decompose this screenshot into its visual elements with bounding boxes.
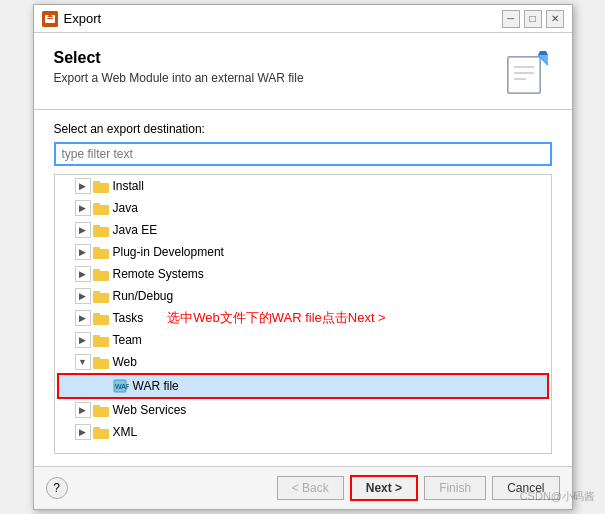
expand-web[interactable]: ▼ [75,354,91,370]
plugin-label: Plug-in Development [113,245,224,259]
expand-xml[interactable]: ▶ [75,424,91,440]
svg-rect-23 [93,291,100,294]
svg-rect-12 [93,183,109,193]
folder-icon-rundebug [93,289,109,303]
folder-icon-webservices [93,403,109,417]
webservices-label: Web Services [113,403,187,417]
help-button[interactable]: ? [46,477,68,499]
watermark: CSDN@小码酱 [520,489,595,504]
tree-item-remote[interactable]: ▶ Remote Systems [55,263,551,285]
svg-rect-5 [508,57,540,93]
tree-container[interactable]: ▶ Install ▶ Java ▶ Java EE [54,174,552,454]
expand-plugin[interactable]: ▶ [75,244,91,260]
java-label: Java [113,201,138,215]
back-button[interactable]: < Back [277,476,344,500]
svg-rect-15 [93,203,100,206]
svg-rect-26 [93,337,109,347]
team-label: Team [113,333,142,347]
web-label: Web [113,355,137,369]
tree-item-web[interactable]: ▼ Web [55,351,551,373]
destination-label: Select an export destination: [54,122,552,136]
tree-item-webservices[interactable]: ▶ Web Services [55,399,551,421]
expand-tasks[interactable]: ▶ [75,310,91,326]
svg-rect-33 [93,405,100,408]
folder-icon-team [93,333,109,347]
close-button[interactable]: ✕ [546,10,564,28]
folder-icon-xml [93,425,109,439]
folder-icon-install [93,179,109,193]
svg-marker-11 [538,51,548,55]
folder-icon-plugin [93,245,109,259]
dialog-title: Export [64,11,102,26]
tree-item-java[interactable]: ▶ Java [55,197,551,219]
expand-team[interactable]: ▶ [75,332,91,348]
tree-item-tasks[interactable]: ▶ Tasks [55,307,148,329]
finish-button[interactable]: Finish [424,476,486,500]
tree-item-warfile[interactable]: WAR WAR file [59,375,547,397]
dialog-icon [42,11,58,27]
svg-rect-27 [93,335,100,338]
expand-rundebug[interactable]: ▶ [75,288,91,304]
svg-rect-14 [93,205,109,215]
remote-label: Remote Systems [113,267,204,281]
svg-rect-20 [93,271,109,281]
svg-rect-35 [93,427,100,430]
javaee-label: Java EE [113,223,158,237]
folder-icon-java [93,201,109,215]
svg-rect-18 [93,249,109,259]
minimize-button[interactable]: ─ [502,10,520,28]
xml-label: XML [113,425,138,439]
svg-rect-2 [47,18,53,19]
tree-item-rundebug[interactable]: ▶ Run/Debug [55,285,551,307]
folder-icon-remote [93,267,109,281]
next-button[interactable]: Next > [350,475,418,501]
tree-item-javaee[interactable]: ▶ Java EE [55,219,551,241]
expand-java[interactable]: ▶ [75,200,91,216]
annotation: 选中Web文件下的WAR file点击Next > [167,309,386,327]
dialog-footer: ? < Back Next > Finish Cancel [34,466,572,509]
rundebug-label: Run/Debug [113,289,174,303]
expand-remote[interactable]: ▶ [75,266,91,282]
svg-rect-29 [93,357,100,360]
war-file-wrapper: WAR WAR file [57,373,549,399]
content-area: Select an export destination: ▶ Install … [34,110,572,466]
expand-install[interactable]: ▶ [75,178,91,194]
svg-rect-24 [93,315,109,325]
export-dialog: Export ─ □ ✕ Select Export a Web Module … [33,4,573,510]
svg-rect-21 [93,269,100,272]
tree-item-team[interactable]: ▶ Team [55,329,551,351]
svg-rect-16 [93,227,109,237]
tasks-label: Tasks [113,311,144,325]
header-section: Select Export a Web Module into an exter… [34,33,572,110]
title-controls: ─ □ ✕ [502,10,564,28]
svg-rect-28 [93,359,109,369]
header-text: Select Export a Web Module into an exter… [54,49,304,85]
folder-icon-tasks [93,311,109,325]
install-label: Install [113,179,144,193]
svg-rect-17 [93,225,100,228]
tree-item-xml[interactable]: ▶ XML [55,421,551,443]
title-bar: Export ─ □ ✕ [34,5,572,33]
svg-rect-22 [93,293,109,303]
header-title: Select [54,49,304,67]
folder-icon-web [93,355,109,369]
maximize-button[interactable]: □ [524,10,542,28]
folder-icon-javaee [93,223,109,237]
warfile-label: WAR file [133,379,179,393]
svg-rect-19 [93,247,100,250]
title-bar-left: Export [42,11,102,27]
export-icon [504,49,552,97]
header-description: Export a Web Module into an external WAR… [54,71,304,85]
tree-item-plugin[interactable]: ▶ Plug-in Development [55,241,551,263]
war-icon: WAR [113,379,129,393]
svg-rect-13 [93,181,100,184]
svg-rect-34 [93,429,109,439]
filter-input[interactable] [54,142,552,166]
svg-text:WAR: WAR [115,383,129,390]
expand-webservices[interactable]: ▶ [75,402,91,418]
svg-rect-32 [93,407,109,417]
expand-javaee[interactable]: ▶ [75,222,91,238]
tasks-row: ▶ Tasks 选中Web文件下的WAR file点击Next > [55,307,551,329]
tree-item-install[interactable]: ▶ Install [55,175,551,197]
svg-rect-25 [93,313,100,316]
